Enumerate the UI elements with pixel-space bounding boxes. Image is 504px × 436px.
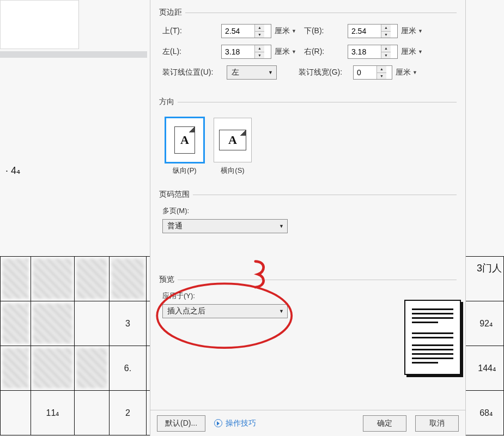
cell-value: 6.: [110, 346, 147, 391]
input-bottom[interactable]: [348, 25, 381, 38]
fieldset-page-range: 页码范围 多页(M): 普通 ▼: [159, 190, 457, 238]
input-left[interactable]: [222, 45, 254, 58]
label-right: 右(R):: [304, 47, 348, 57]
play-circle-icon: [214, 419, 222, 427]
cell-value: 2: [110, 391, 147, 435]
cell-value: 3: [110, 301, 147, 346]
combo-gutter-pos[interactable]: 左 ▼: [227, 65, 277, 80]
spin-left[interactable]: ▲▼: [221, 45, 271, 59]
portrait-icon: A: [166, 118, 204, 162]
spin-up-icon[interactable]: ▲: [381, 25, 391, 32]
bg-side-text: · 4₄: [5, 165, 20, 177]
label-multipage: 多页(M):: [162, 206, 453, 216]
landscape-label: 横向(S): [214, 166, 252, 175]
label-gutter-width: 装订线宽(G):: [299, 68, 353, 77]
unit-dropdown[interactable]: 厘米▼: [275, 47, 296, 57]
spin-right[interactable]: ▲▼: [348, 45, 398, 59]
spin-down-icon[interactable]: ▼: [255, 52, 264, 59]
spin-up-icon[interactable]: ▲: [381, 45, 391, 52]
combo-value: 普通: [167, 221, 183, 231]
orientation-portrait[interactable]: A 纵向(P): [166, 118, 204, 175]
orientation-landscape[interactable]: A 横向(S): [214, 118, 252, 175]
preview-thumbnail: [404, 300, 461, 375]
combo-value: 插入点之后: [167, 306, 205, 316]
unit-dropdown[interactable]: 厘米▼: [275, 26, 296, 36]
tips-link[interactable]: 操作技巧: [214, 419, 256, 428]
spin-down-icon[interactable]: ▼: [377, 73, 386, 80]
chevron-down-icon: ▼: [279, 308, 284, 314]
unit-dropdown[interactable]: 厘米▼: [396, 68, 417, 77]
chevron-down-icon: ▼: [292, 28, 296, 34]
chevron-down-icon: ▼: [418, 49, 423, 55]
spin-bottom[interactable]: ▲▼: [348, 24, 398, 38]
cancel-button[interactable]: 取消: [415, 415, 459, 432]
legend-orientation: 方向: [159, 97, 178, 107]
ok-button[interactable]: 确定: [363, 415, 406, 432]
combo-multipage[interactable]: 普通 ▼: [162, 219, 288, 233]
spin-down-icon[interactable]: ▼: [381, 52, 391, 59]
cell-value: 11₄: [31, 391, 75, 435]
landscape-icon: A: [214, 118, 252, 162]
spin-gutter-width[interactable]: ▲▼: [353, 65, 392, 80]
chevron-down-icon: ▼: [412, 70, 417, 75]
label-gutter-pos: 装订线位置(U):: [162, 68, 227, 77]
chevron-down-icon: ▼: [292, 49, 296, 55]
input-right[interactable]: [348, 45, 381, 58]
bg-thumbnail: [0, 0, 79, 49]
label-bottom: 下(B):: [304, 26, 348, 36]
label-top: 上(T):: [162, 26, 221, 36]
spin-up-icon[interactable]: ▲: [255, 25, 264, 32]
legend-page-range: 页码范围: [159, 190, 193, 199]
portrait-label: 纵向(P): [166, 166, 204, 175]
chevron-down-icon: ▼: [279, 223, 284, 229]
spin-down-icon[interactable]: ▼: [381, 32, 391, 38]
input-gutter-width[interactable]: [354, 66, 377, 79]
legend-preview: 预览: [159, 275, 178, 284]
bg-divider-strip: [0, 51, 147, 58]
combo-value: 左: [232, 68, 239, 77]
spin-top[interactable]: ▲▼: [221, 24, 271, 38]
fieldset-orientation: 方向 A 纵向(P) A 横向(S): [159, 97, 457, 183]
default-button[interactable]: 默认(D)...: [157, 415, 205, 432]
unit-dropdown[interactable]: 厘米▼: [401, 47, 423, 57]
label-left: 左(L):: [162, 47, 221, 57]
combo-apply-to[interactable]: 插入点之后 ▼: [162, 304, 288, 318]
page-setup-dialog: 页边距 上(T): ▲▼ 厘米▼ 下(B): ▲▼ 厘米▼ 左(L):: [150, 0, 466, 436]
legend-margins: 页边距: [159, 8, 185, 17]
chevron-down-icon: ▼: [418, 28, 423, 34]
spin-down-icon[interactable]: ▼: [255, 32, 264, 38]
fieldset-margins: 页边距 上(T): ▲▼ 厘米▼ 下(B): ▲▼ 厘米▼ 左(L):: [159, 8, 457, 90]
unit-dropdown[interactable]: 厘米▼: [401, 26, 423, 36]
input-top[interactable]: [222, 25, 254, 38]
spin-up-icon[interactable]: ▲: [377, 66, 386, 73]
spin-up-icon[interactable]: ▲: [255, 45, 264, 52]
chevron-down-icon: ▼: [268, 70, 273, 75]
button-bar: 默认(D)... 操作技巧 确定 取消: [150, 410, 465, 436]
